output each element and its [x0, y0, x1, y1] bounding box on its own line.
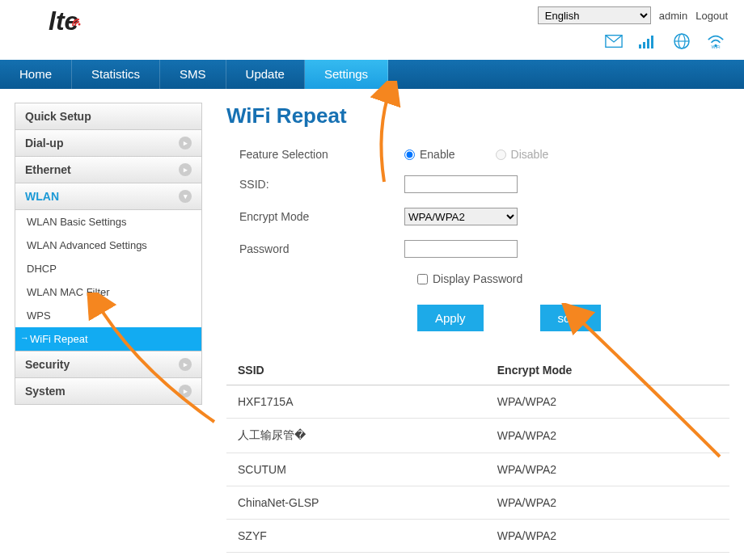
sidebar-item-wlan[interactable]: WLAN▾	[15, 183, 202, 210]
logo: lte	[49, 6, 78, 36]
chevron-down-icon: ▾	[179, 190, 192, 203]
chevron-right-icon: ▸	[179, 163, 192, 176]
ssid-label: SSID:	[226, 178, 404, 191]
chevron-right-icon: ▸	[179, 385, 192, 398]
disable-radio[interactable]: Disable	[496, 148, 549, 161]
th-mode: Encrypt Mode	[486, 356, 729, 385]
nav-item-sms[interactable]: SMS	[160, 60, 226, 89]
sidebar-item-dialup[interactable]: Dial-up▸	[15, 129, 202, 157]
encrypt-select[interactable]: WPA/WPA2	[404, 208, 518, 225]
password-input[interactable]	[404, 240, 518, 258]
signal-icon	[70, 5, 83, 35]
cell-ssid: SZYF	[226, 520, 486, 553]
cell-mode: WPA/WPA2	[486, 553, 729, 561]
page-title: WiFi Repeat	[226, 103, 729, 128]
sidebar-item-ethernet[interactable]: Ethernet▸	[15, 156, 202, 183]
navbar: HomeStatisticsSMSUpdateSettings	[0, 60, 744, 89]
chevron-right-icon: ▸	[179, 137, 192, 149]
svg-rect-4	[647, 39, 649, 48]
scan-button[interactable]: scan	[540, 305, 602, 331]
password-label: Password	[226, 242, 404, 255]
sidebar-sub-wps[interactable]: WPS	[15, 304, 202, 327]
sidebar-sub-wifi-repeat[interactable]: WiFi Repeat	[15, 327, 202, 352]
enable-radio[interactable]: Enable	[404, 148, 455, 161]
globe-icon[interactable]	[673, 32, 691, 50]
table-row[interactable]: ChinaNet-GLSPWPA/WPA2	[226, 486, 729, 520]
table-row[interactable]: SZYFWPA/WPA2	[226, 520, 729, 553]
language-select[interactable]: English	[538, 6, 651, 24]
cell-mode: WPA/WPA2	[486, 385, 729, 419]
chevron-right-icon: ▸	[179, 358, 192, 371]
table-row[interactable]: ChinaNet-9Fp4WPA/WPA2	[226, 553, 729, 561]
signal-bars-icon	[639, 32, 657, 50]
mail-icon[interactable]	[605, 32, 623, 50]
logout-link[interactable]: Logout	[695, 10, 728, 22]
table-row[interactable]: 人工输尿管�WPA/WPA2	[226, 419, 729, 453]
cell-ssid: HXF1715A	[226, 385, 486, 419]
wifi-icon: WiFi	[707, 32, 725, 50]
sidebar-item-system[interactable]: System▸	[15, 377, 202, 405]
cell-ssid: 人工输尿管�	[226, 419, 486, 453]
nav-item-home[interactable]: Home	[0, 60, 72, 89]
svg-rect-3	[643, 42, 645, 48]
svg-text:WiFi: WiFi	[712, 44, 721, 49]
ssid-input[interactable]	[404, 175, 518, 193]
cell-mode: WPA/WPA2	[486, 520, 729, 553]
nav-item-settings[interactable]: Settings	[305, 60, 388, 89]
sidebar-sub-dhcp[interactable]: DHCP	[15, 257, 202, 280]
cell-ssid: ChinaNet-GLSP	[226, 486, 486, 520]
sidebar-sub-wlan-mac-filter[interactable]: WLAN MAC Filter	[15, 280, 202, 304]
feature-selection-label: Feature Selection	[226, 148, 404, 161]
apply-button[interactable]: Apply	[417, 305, 484, 331]
user-label: admin	[659, 10, 687, 22]
encrypt-label: Encrypt Mode	[226, 210, 404, 223]
table-row[interactable]: HXF1715AWPA/WPA2	[226, 385, 729, 419]
sidebar-item-quick-setup[interactable]: Quick Setup	[15, 103, 202, 130]
display-password-checkbox[interactable]	[417, 274, 428, 284]
table-row[interactable]: SCUTUMWPA/WPA2	[226, 453, 729, 486]
sidebar: Quick Setup Dial-up▸ Ethernet▸ WLAN▾ WLA…	[15, 103, 202, 405]
svg-point-0	[78, 23, 81, 26]
display-password-label: Display Password	[433, 272, 522, 285]
nav-item-statistics[interactable]: Statistics	[72, 60, 160, 89]
cell-ssid: SCUTUM	[226, 453, 486, 486]
cell-mode: WPA/WPA2	[486, 486, 729, 520]
th-ssid: SSID	[226, 356, 486, 385]
cell-mode: WPA/WPA2	[486, 419, 729, 453]
nav-item-update[interactable]: Update	[226, 60, 305, 89]
sidebar-item-security[interactable]: Security▸	[15, 351, 202, 378]
content: WiFi Repeat Feature Selection Enable Dis…	[226, 103, 729, 560]
sidebar-sub-wlan-advanced-settings[interactable]: WLAN Advanced Settings	[15, 234, 202, 257]
svg-rect-2	[639, 44, 641, 48]
svg-rect-5	[651, 36, 653, 48]
cell-mode: WPA/WPA2	[486, 453, 729, 486]
sidebar-sub-wlan-basic-settings[interactable]: WLAN Basic Settings	[15, 210, 202, 234]
networks-table: SSID Encrypt Mode HXF1715AWPA/WPA2人工输尿管�…	[226, 356, 729, 560]
cell-ssid: ChinaNet-9Fp4	[226, 553, 486, 561]
